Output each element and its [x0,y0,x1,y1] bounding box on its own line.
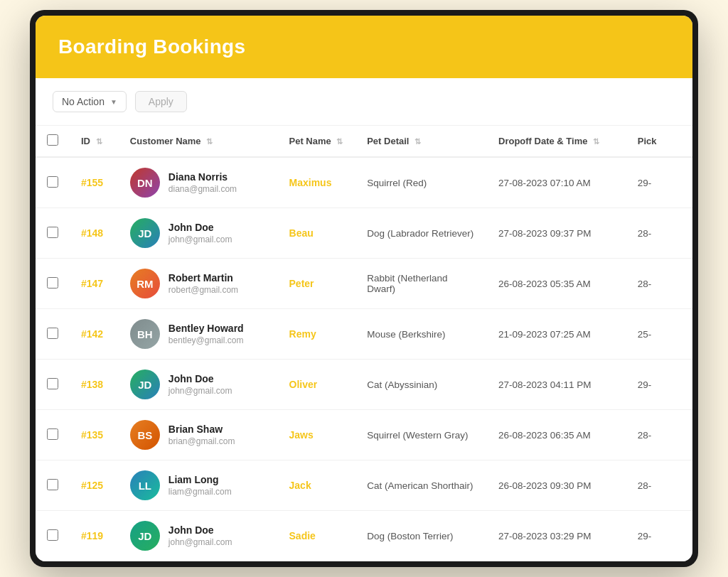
table-row: #119 JD John Doe john@gmail.com Sadie Do… [36,511,692,561]
row-pickup: 29- [626,157,692,208]
header-id: ID ⇅ [70,126,119,157]
header-pet-detail: Pet Detail ⇅ [355,126,487,157]
row-pet-name[interactable]: Jack [278,460,356,511]
row-pet-name[interactable]: Peter [278,259,356,309]
row-pet-name[interactable]: Remy [278,309,356,360]
header-customer: Customer Name ⇅ [119,126,278,157]
sort-icon-pet[interactable]: ⇅ [336,137,343,146]
customer-email: john@gmail.com [168,537,232,547]
row-checkbox-cell [36,460,70,511]
avatar: LL [130,470,160,500]
customer-email: john@gmail.com [168,386,232,396]
sort-icon-id[interactable]: ⇅ [96,137,102,146]
customer-info: Diana Norris diana@gmail.com [168,171,237,194]
chevron-down-icon: ▼ [110,98,117,106]
customer-email: liam@gmail.com [168,487,232,497]
row-pet-detail: Squirrel (Western Gray) [355,410,487,460]
page-title: Boarding Bookings [58,36,670,58]
row-pet-detail: Dog (Labrador Retriever) [355,208,487,259]
row-pickup: 25- [626,309,692,360]
row-pickup: 28- [626,208,692,259]
row-customer: RM Robert Martin robert@gmail.com [119,259,278,309]
app-container: Boarding Bookings No Action ▼ Apply ID [36,16,692,561]
header-dropoff: Dropoff Date & Time ⇅ [487,126,626,157]
row-checkbox-cell [36,309,70,360]
row-checkbox-#138[interactable] [47,378,58,389]
row-checkbox-cell [36,208,70,259]
customer-info: John Doe john@gmail.com [168,222,232,244]
row-customer: LL Liam Long liam@gmail.com [119,460,278,511]
table-header-row: ID ⇅ Customer Name ⇅ Pet Name ⇅ Pet De [36,126,692,157]
row-pickup: 28- [626,460,692,511]
row-dropoff: 21-09-2023 07:25 AM [487,309,626,360]
row-pet-name[interactable]: Oliver [278,360,356,410]
row-checkbox-#119[interactable] [47,529,58,541]
avatar: JD [130,521,160,551]
sort-icon-customer[interactable]: ⇅ [206,137,213,146]
customer-info: Liam Long liam@gmail.com [168,474,232,497]
row-checkbox-cell [36,157,70,208]
row-customer: JD John Doe john@gmail.com [119,511,278,561]
row-pet-name[interactable]: Maximus [278,157,356,208]
row-id: #142 [70,309,119,360]
select-all-checkbox[interactable] [47,134,58,146]
row-checkbox-#148[interactable] [47,227,58,238]
row-pet-name[interactable]: Beau [278,208,356,259]
customer-info: John Doe john@gmail.com [168,373,232,396]
customer-name: Liam Long [168,474,232,485]
customer-info: John Doe john@gmail.com [168,524,232,547]
header-pickup: Pick [626,126,692,157]
row-checkbox-#142[interactable] [47,328,58,339]
bookings-table: ID ⇅ Customer Name ⇅ Pet Name ⇅ Pet De [36,126,692,561]
row-id: #125 [70,460,119,511]
row-checkbox-cell [36,511,70,561]
row-pet-name[interactable]: Sadie [278,511,356,561]
row-pet-detail: Dog (Boston Terrier) [355,511,487,561]
bookings-table-wrapper: ID ⇅ Customer Name ⇅ Pet Name ⇅ Pet De [36,126,692,561]
row-checkbox-#135[interactable] [47,428,58,440]
row-customer: BS Brian Shaw brian@gmail.com [119,410,278,460]
row-id: #119 [70,511,119,561]
header-pet-name: Pet Name ⇅ [278,126,356,157]
customer-info: Robert Martin robert@gmail.com [168,272,238,295]
customer-name: John Doe [168,373,232,384]
table-row: #142 BH Bentley Howard bentley@gmail.com… [36,309,692,360]
row-customer: BH Bentley Howard bentley@gmail.com [119,309,278,360]
row-checkbox-#147[interactable] [47,277,58,288]
row-pickup: 29- [626,511,692,561]
row-dropoff: 26-08-2023 09:30 PM [487,460,626,511]
row-checkbox-cell [36,360,70,410]
row-id: #135 [70,410,119,460]
table-row: #138 JD John Doe john@gmail.com Oliver C… [36,360,692,410]
row-pet-detail: Squirrel (Red) [355,157,487,208]
row-dropoff: 27-08-2023 07:10 AM [487,157,626,208]
row-pickup: 29- [626,360,692,410]
row-checkbox-#155[interactable] [47,176,58,188]
customer-name: John Doe [168,524,232,536]
avatar: DN [130,168,160,198]
customer-name: Brian Shaw [168,424,235,435]
apply-button[interactable]: Apply [135,91,187,112]
row-id: #147 [70,259,119,309]
sort-icon-detail[interactable]: ⇅ [414,137,421,146]
avatar: JD [130,218,160,248]
action-dropdown[interactable]: No Action ▼ [53,91,127,112]
customer-email: robert@gmail.com [168,285,238,295]
row-pet-name[interactable]: Jaws [278,410,356,460]
avatar: BH [130,319,160,349]
customer-email: john@gmail.com [168,234,232,244]
table-row: #155 DN Diana Norris diana@gmail.com Max… [36,157,692,208]
row-dropoff: 26-08-2023 06:35 AM [487,410,626,460]
table-body: #155 DN Diana Norris diana@gmail.com Max… [36,157,692,561]
row-pet-detail: Rabbit (Netherland Dwarf) [355,259,487,309]
row-pet-detail: Mouse (Berkshire) [355,309,487,360]
row-customer: JD John Doe john@gmail.com [119,208,278,259]
avatar: BS [130,420,160,450]
row-id: #148 [70,208,119,259]
row-dropoff: 27-08-2023 03:29 PM [487,511,626,561]
customer-email: diana@gmail.com [168,184,237,194]
row-checkbox-#125[interactable] [47,479,58,490]
row-dropoff: 27-08-2023 09:37 PM [487,208,626,259]
sort-icon-dropoff[interactable]: ⇅ [593,137,599,146]
customer-name: John Doe [168,222,232,233]
